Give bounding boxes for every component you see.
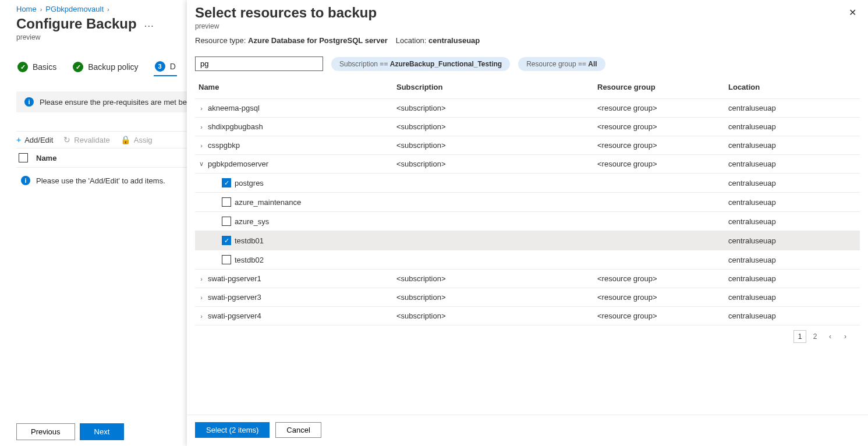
- assign-button[interactable]: 🔒 Assig: [121, 135, 153, 144]
- step-number: 3: [155, 61, 165, 72]
- chevron-right-icon[interactable]: ›: [199, 313, 204, 320]
- page-title: Configure Backup: [16, 16, 137, 32]
- page-next[interactable]: ›: [839, 330, 852, 343]
- lock-icon: 🔒: [121, 135, 130, 144]
- row-location: centraluseuap: [725, 288, 860, 307]
- page-2[interactable]: 2: [809, 330, 821, 343]
- col-rg[interactable]: Resource group: [594, 76, 725, 99]
- row-name: azure_maintenance: [235, 198, 301, 207]
- chevron-right-icon: ›: [40, 6, 42, 13]
- step-label: D: [170, 62, 176, 71]
- row-location: centraluseuap: [725, 118, 860, 136]
- row-location: centraluseuap: [725, 155, 860, 174]
- col-name[interactable]: Name: [195, 76, 393, 99]
- select-resources-panel: Select resources to backup ✕ preview Res…: [187, 0, 868, 446]
- server-row[interactable]: ›shdixpgbugbash<subscription><resource g…: [195, 118, 860, 136]
- row-name: testdb02: [235, 256, 264, 264]
- close-button[interactable]: ✕: [849, 7, 856, 18]
- checkbox[interactable]: [222, 255, 231, 264]
- chevron-right-icon[interactable]: ›: [199, 142, 204, 149]
- chevron-right-icon[interactable]: ›: [199, 105, 204, 112]
- step-datasource[interactable]: 3 D: [154, 58, 177, 76]
- row-resource-group: <resource group>: [594, 118, 725, 136]
- checkbox[interactable]: ✓: [222, 236, 231, 245]
- row-subscription: [393, 250, 594, 270]
- step-basics[interactable]: ✓ Basics: [16, 58, 58, 76]
- cancel-button[interactable]: Cancel: [275, 422, 321, 438]
- server-row[interactable]: ›swati-pgserver1<subscription><resource …: [195, 270, 860, 288]
- row-name: testdb01: [235, 236, 264, 245]
- info-text: Please ensure the pre-requisites are met…: [40, 98, 187, 107]
- page-1[interactable]: 1: [793, 330, 806, 343]
- next-button[interactable]: Next: [80, 423, 125, 440]
- chevron-right-icon[interactable]: ›: [199, 275, 204, 282]
- chevron-right-icon[interactable]: ›: [199, 294, 204, 301]
- name-header: Name: [36, 154, 56, 162]
- panel-title: Select resources to backup: [195, 5, 852, 21]
- database-row[interactable]: azure_maintenancecentraluseuap: [195, 193, 860, 212]
- filter-sub-value: AzureBackup_Functional_Testing: [390, 60, 502, 68]
- revalidate-label: Revalidate: [74, 136, 109, 144]
- col-subscription[interactable]: Subscription: [393, 76, 594, 99]
- page-prev[interactable]: ‹: [824, 330, 837, 343]
- row-name: csspgbkp: [208, 141, 240, 150]
- checkbox[interactable]: [222, 217, 231, 226]
- step-policy[interactable]: ✓ Backup policy: [72, 58, 139, 76]
- chevron-down-icon[interactable]: ∨: [199, 160, 204, 168]
- resource-type-label: Resource type:: [195, 36, 246, 45]
- location-label: Location:: [396, 36, 427, 45]
- row-location: centraluseuap: [725, 307, 860, 325]
- row-subscription: [393, 193, 594, 212]
- assign-label: Assig: [134, 136, 153, 144]
- checkbox[interactable]: [222, 197, 231, 207]
- row-name: azure_sys: [235, 217, 269, 226]
- database-row[interactable]: azure_syscentraluseuap: [195, 212, 860, 231]
- row-subscription: [393, 212, 594, 231]
- database-row[interactable]: ✓testdb01centraluseuap: [195, 231, 860, 250]
- row-resource-group: <resource group>: [594, 99, 725, 118]
- server-row[interactable]: ›swati-pgserver3<subscription><resource …: [195, 288, 860, 307]
- database-row[interactable]: testdb02centraluseuap: [195, 250, 860, 270]
- chevron-left-icon: ‹: [829, 332, 831, 341]
- breadcrumb-vault[interactable]: PGbkpdemovault: [45, 5, 104, 13]
- row-resource-group: <resource group>: [594, 270, 725, 288]
- chevron-right-icon[interactable]: ›: [199, 123, 204, 130]
- row-resource-group: [594, 193, 725, 212]
- select-button[interactable]: Select (2 items): [195, 422, 270, 438]
- row-resource-group: <resource group>: [594, 155, 725, 174]
- row-subscription: [393, 174, 594, 193]
- revalidate-button[interactable]: ↻ Revalidate: [63, 135, 109, 144]
- server-row[interactable]: ∨pgbkpdemoserver<subscription><resource …: [195, 155, 860, 174]
- info-icon: i: [21, 176, 30, 185]
- subscription-filter[interactable]: Subscription == AzureBackup_Functional_T…: [331, 57, 510, 71]
- select-all-checkbox[interactable]: [19, 153, 28, 162]
- row-resource-group: <resource group>: [594, 288, 725, 307]
- row-location: centraluseuap: [725, 231, 860, 250]
- more-icon[interactable]: …: [144, 17, 155, 32]
- chevron-right-icon: ›: [844, 332, 846, 341]
- breadcrumb-home[interactable]: Home: [16, 5, 37, 13]
- row-resource-group: [594, 212, 725, 231]
- col-location[interactable]: Location: [725, 76, 860, 99]
- database-row[interactable]: ✓postgrescentraluseuap: [195, 174, 860, 193]
- checkbox[interactable]: ✓: [222, 178, 231, 187]
- row-resource-group: [594, 174, 725, 193]
- close-icon: ✕: [849, 8, 856, 17]
- step-label: Backup policy: [88, 62, 138, 72]
- chevron-right-icon: ›: [107, 6, 109, 13]
- server-row[interactable]: ›swati-pgserver4<subscription><resource …: [195, 307, 860, 325]
- row-name: postgres: [235, 179, 264, 187]
- search-input[interactable]: [195, 56, 323, 71]
- previous-button[interactable]: Previous: [16, 423, 75, 440]
- resources-table: Name Subscription Resource group Locatio…: [195, 76, 860, 325]
- row-name: akneema-pgsql: [208, 104, 260, 112]
- row-name: swati-pgserver3: [208, 293, 261, 302]
- row-subscription: <subscription>: [393, 270, 594, 288]
- server-row[interactable]: ›akneema-pgsql<subscription><resource gr…: [195, 99, 860, 118]
- add-edit-button[interactable]: + Add/Edit: [16, 135, 53, 144]
- resource-group-filter[interactable]: Resource group == All: [518, 57, 605, 71]
- server-row[interactable]: ›csspgbkp<subscription><resource group>c…: [195, 136, 860, 155]
- filter-sub-label: Subscription ==: [339, 60, 390, 68]
- row-name: swati-pgserver4: [208, 312, 261, 320]
- row-name: shdixpgbugbash: [208, 122, 263, 131]
